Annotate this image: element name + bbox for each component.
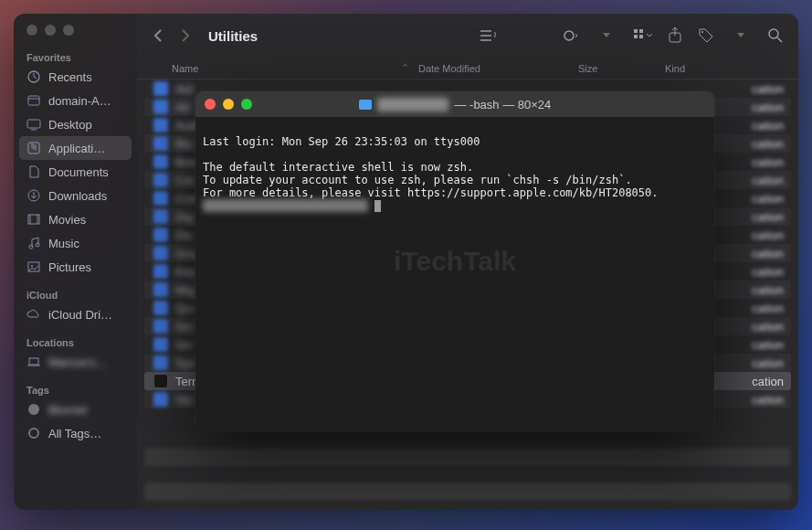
path-bar[interactable] [144, 448, 791, 466]
group-icon[interactable] [557, 26, 581, 46]
view-list-icon[interactable] [477, 26, 501, 46]
columns-header[interactable]: Name⌃ Date Modified Size Kind [137, 58, 798, 80]
tag-icon[interactable] [694, 26, 718, 46]
sidebar-item-label: Pictures [48, 260, 91, 274]
sidebar-fav-domaina[interactable]: domain-A… [14, 89, 137, 112]
close-traffic-light[interactable] [26, 25, 37, 36]
terminal-line: For more details, please visit https://s… [203, 186, 659, 199]
terminal-window[interactable]: marcusleary — -bash — 80×24 Last login: … [195, 91, 714, 431]
file-kind: cation [752, 119, 787, 132]
terminal-zoom-button[interactable] [241, 99, 252, 110]
app-icon [153, 154, 168, 169]
toolbar-dropdown[interactable] [588, 26, 625, 46]
window-title: Utilities [208, 28, 258, 44]
col-name[interactable]: Name⌃ [172, 62, 418, 74]
file-kind: cation [752, 174, 787, 187]
svg-point-11 [564, 31, 574, 40]
zoom-traffic-light[interactable] [63, 25, 74, 36]
sidebar-tag-alltags[interactable]: All Tags… [14, 421, 137, 445]
col-size[interactable]: Size [578, 63, 665, 74]
app-icon [153, 264, 168, 279]
app-icon [153, 355, 168, 370]
sidebar-item-label: Movies [48, 213, 86, 227]
col-kind[interactable]: Kind [665, 63, 787, 74]
sidebar-section-locations: Locations [14, 334, 137, 350]
finder-traffic-lights[interactable] [14, 25, 137, 48]
folder-icon [359, 100, 372, 110]
sidebar-item-label: All Tags… [48, 427, 101, 440]
desktop-icon [26, 117, 41, 132]
cloud-icon [26, 307, 41, 322]
tag-gray [26, 402, 41, 417]
sidebar-fav-downloads[interactable]: Downloads [14, 184, 137, 207]
col-date[interactable]: Date Modified [418, 63, 578, 74]
search-icon[interactable] [764, 26, 787, 46]
minimize-traffic-light[interactable] [45, 25, 56, 36]
clock-icon [26, 69, 41, 84]
svg-rect-15 [639, 35, 643, 38]
finder-sidebar: Favorites Recentsdomain-A…DesktopApplica… [14, 14, 137, 510]
file-kind: cation [752, 320, 787, 334]
terminal-traffic-lights[interactable] [205, 99, 252, 110]
app-icon [153, 319, 168, 334]
sidebar-item-label: iCloud Dri… [48, 308, 112, 322]
terminal-close-button[interactable] [205, 99, 216, 110]
sidebar-fav-pictures[interactable]: Pictures [14, 255, 137, 279]
sidebar-item-label: Downloads [48, 189, 107, 203]
sidebar-item-label: Documents [48, 165, 109, 179]
back-button[interactable] [148, 26, 168, 46]
sidebar-item-label: domain-A… [48, 94, 111, 108]
music-icon [26, 236, 41, 250]
sidebar-fav-movies[interactable]: Movies [14, 207, 137, 231]
terminal-cursor [374, 200, 381, 212]
sidebar-section-favorites: Favorites [14, 48, 137, 65]
share-icon[interactable] [663, 26, 687, 46]
sort-caret-icon: ⌃ [401, 62, 409, 74]
svg-rect-14 [634, 35, 638, 38]
sidebar-fav-desktop[interactable]: Desktop [14, 112, 137, 136]
terminal-titlebar[interactable]: marcusleary — -bash — 80×24 [195, 91, 714, 117]
forward-button[interactable] [175, 26, 195, 46]
app-icon [153, 228, 168, 242]
action-dropdown[interactable] [725, 26, 756, 46]
file-kind: cation [752, 393, 787, 407]
app-icon [153, 282, 168, 297]
download-icon [26, 188, 41, 203]
status-bar [144, 482, 791, 501]
sidebar-tag-blurred[interactable]: Blurred [14, 398, 137, 421]
sidebar-item-label: Music [48, 237, 79, 250]
app-icon [153, 209, 168, 224]
terminal-title: marcusleary — -bash — 80×24 [195, 98, 714, 111]
sidebar-fav-applicati[interactable]: Applicati… [19, 136, 132, 160]
svg-rect-12 [634, 29, 638, 33]
file-kind: cation [752, 283, 787, 297]
terminal-line: Last login: Mon Sep 26 23:35:03 on ttys0… [203, 135, 480, 148]
file-kind: cation [752, 375, 787, 388]
svg-rect-10 [29, 358, 38, 365]
tag-outline [26, 426, 41, 440]
app-icon [153, 246, 168, 260]
sidebar-fav-recents[interactable]: Recents [14, 65, 137, 89]
file-kind: cation [752, 192, 787, 206]
file-kind: cation [752, 356, 787, 370]
sidebar-fav-music[interactable]: Music [14, 231, 137, 255]
sidebar-icloud-iclouddri[interactable]: iCloud Dri… [14, 302, 137, 326]
svg-point-17 [701, 31, 703, 33]
sidebar-item-label: Applicati… [48, 142, 105, 155]
sidebar-fav-documents[interactable]: Documents [14, 160, 137, 184]
file-kind: cation [752, 137, 787, 151]
app-icon [153, 374, 168, 388]
sidebar-item-label: Blurred [48, 403, 87, 417]
sidebar-loc-marcuss[interactable]: Marcus's… [14, 350, 137, 374]
view-options-icon[interactable] [632, 26, 656, 46]
terminal-body[interactable]: Last login: Mon Sep 26 23:35:03 on ttys0… [195, 117, 714, 431]
terminal-minimize-button[interactable] [223, 99, 234, 110]
file-kind: cation [752, 265, 787, 279]
sidebar-item-label: Recents [48, 70, 92, 84]
sidebar-section-tags: Tags [14, 381, 137, 398]
svg-point-9 [31, 265, 33, 267]
terminal-line: The default interactive shell is now zsh… [203, 161, 473, 174]
terminal-line: To update your account to use zsh, pleas… [203, 174, 632, 186]
sidebar-section-icloud: iCloud [14, 286, 137, 302]
app-icon [153, 191, 168, 206]
